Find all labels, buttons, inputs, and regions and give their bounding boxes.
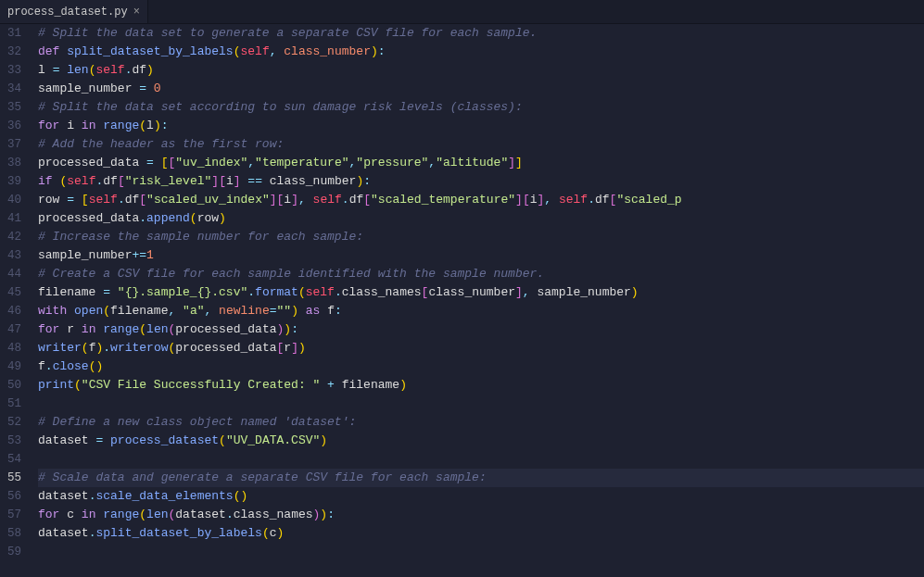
line-number: 36	[7, 117, 21, 135]
code-line[interactable]: sample_number+=1	[38, 246, 924, 265]
code-line[interactable]	[38, 450, 924, 469]
line-number: 42	[7, 228, 21, 246]
line-number: 34	[7, 80, 21, 98]
line-number: 45	[7, 283, 21, 302]
line-number: 51	[7, 395, 21, 413]
code-line[interactable]: filename = "{}.sample_{}.csv".format(sel…	[38, 283, 924, 302]
line-number: 53	[7, 432, 21, 450]
tab-filename: process_dataset.py	[7, 4, 128, 20]
line-number: 37	[7, 135, 21, 154]
line-number: 43	[7, 246, 21, 265]
code-line[interactable]: dataset.scale_data_elements()	[38, 487, 924, 506]
code-line[interactable]: f.close()	[38, 357, 924, 376]
line-number: 48	[7, 339, 21, 357]
line-number: 44	[7, 265, 21, 283]
code-line[interactable]: # Split the data set to generate a separ…	[38, 24, 924, 43]
code-line[interactable]: l = len(self.df)	[38, 61, 924, 80]
line-number: 38	[7, 154, 21, 172]
line-number: 49	[7, 357, 21, 376]
code-line[interactable]: for c in range(len(dataset.class_names))…	[38, 506, 924, 524]
code-line[interactable]: # Define a new class object named 'datas…	[38, 413, 924, 432]
line-number: 55	[7, 469, 21, 487]
code-line[interactable]: for i in range(l):	[38, 117, 924, 135]
tab-active[interactable]: process_dataset.py ×	[0, 0, 148, 23]
code-line[interactable]: # Increase the sample number for each sa…	[38, 228, 924, 246]
code-line[interactable]: for r in range(len(processed_data)):	[38, 320, 924, 339]
line-number: 58	[7, 524, 21, 543]
code-line[interactable]: # Scale data and generate a separate CSV…	[38, 469, 924, 487]
line-number: 52	[7, 413, 21, 432]
line-number: 57	[7, 506, 21, 524]
code-line[interactable]: dataset = process_dataset("UV_DATA.CSV")	[38, 432, 924, 450]
code-line[interactable]: # Create a CSV file for each sample iden…	[38, 265, 924, 283]
line-number: 40	[7, 191, 21, 209]
line-number-gutter: 3132333435363738394041424344454647484950…	[0, 24, 38, 577]
line-number: 59	[7, 543, 21, 561]
tab-bar: process_dataset.py ×	[0, 0, 924, 24]
line-number: 54	[7, 450, 21, 469]
code-line[interactable]: processed_data = [["uv_index","temperatu…	[38, 154, 924, 172]
code-line[interactable]: if (self.df["risk_level"][i] == class_nu…	[38, 172, 924, 191]
code-line[interactable]: with open(filename, "a", newline="") as …	[38, 302, 924, 320]
code-line[interactable]	[38, 395, 924, 413]
code-line[interactable]	[38, 543, 924, 561]
editor[interactable]: 3132333435363738394041424344454647484950…	[0, 24, 924, 577]
code-line[interactable]: writer(f).writerow(processed_data[r])	[38, 339, 924, 357]
code-line[interactable]: sample_number = 0	[38, 80, 924, 98]
code-line[interactable]: def split_dataset_by_labels(self, class_…	[38, 43, 924, 61]
line-number: 39	[7, 172, 21, 191]
code-line[interactable]: dataset.split_dataset_by_labels(c)	[38, 524, 924, 543]
code-line[interactable]: # Split the data set according to sun da…	[38, 98, 924, 117]
line-number: 35	[7, 98, 21, 117]
code-line[interactable]: processed_data.append(row)	[38, 209, 924, 228]
line-number: 32	[7, 43, 21, 61]
line-number: 31	[7, 24, 21, 43]
code-line[interactable]: print("CSV File Successfully Created: " …	[38, 376, 924, 395]
line-number: 50	[7, 376, 21, 395]
code-area[interactable]: # Split the data set to generate a separ…	[38, 24, 924, 577]
line-number: 33	[7, 61, 21, 80]
code-line[interactable]: row = [self.df["scaled_uv_index"][i], se…	[38, 191, 924, 209]
code-line[interactable]: # Add the header as the first row:	[38, 135, 924, 154]
line-number: 41	[7, 209, 21, 228]
line-number: 56	[7, 487, 21, 506]
close-icon[interactable]: ×	[133, 4, 140, 20]
line-number: 46	[7, 302, 21, 320]
line-number: 47	[7, 320, 21, 339]
